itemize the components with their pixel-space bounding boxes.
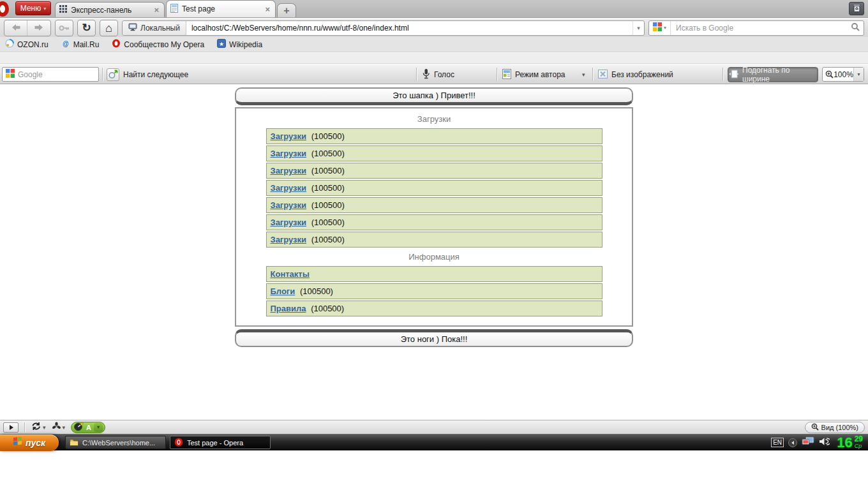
tray-volume-icon[interactable] — [819, 437, 830, 449]
content-link[interactable]: Загрузки — [271, 200, 307, 210]
taskbar-item[interactable]: C:\WebServers\home... — [65, 436, 166, 449]
panels-toggle-button[interactable] — [3, 422, 19, 433]
unite-button[interactable]: ▾ — [52, 422, 66, 433]
content-link[interactable]: Загрузки — [271, 166, 307, 175]
back-arrow-icon — [11, 22, 21, 34]
closed-tabs-trash-button[interactable] — [849, 2, 864, 15]
history-nav-group — [4, 20, 51, 36]
bookmark-label: Сообщество My Opera — [124, 40, 204, 49]
password-wand-button[interactable] — [55, 20, 73, 36]
chevron-down-icon: ▾ — [43, 6, 46, 11]
wikipedia-icon: ★ — [217, 39, 226, 50]
link-row: Загрузки (100500) — [266, 214, 602, 230]
key-icon — [59, 22, 70, 34]
address-field[interactable]: Локальный localhost/C:/WebServers/home/n… — [122, 20, 645, 36]
content-link[interactable]: Загрузки — [271, 235, 307, 244]
bookmark-item[interactable]: Сообщество My Opera — [112, 39, 204, 50]
tab-close-icon[interactable]: × — [153, 5, 160, 15]
address-dropdown[interactable]: ▾ — [632, 21, 644, 35]
address-bar: ↻ ⌂ Локальный localhost/C:/WebServers/ho… — [0, 19, 868, 37]
content-link[interactable]: Контакты — [271, 269, 310, 279]
search-input[interactable]: Искать в Google — [671, 24, 847, 33]
tray-chevron-button[interactable] — [788, 438, 797, 447]
taskbar-item-label: Test page - Opera — [187, 439, 243, 447]
section-rows: Загрузки (100500) Загрузки (100500) Загр… — [236, 128, 632, 248]
zoom-dropdown[interactable]: ▾ — [853, 68, 864, 81]
link-row: Загрузки (100500) — [266, 180, 602, 196]
tray-language-indicator[interactable]: EN — [771, 438, 784, 447]
google-icon — [6, 69, 15, 80]
bookmark-item[interactable]: ★ Wikipedia — [217, 39, 262, 50]
bookmarks-bar: OZON.ru @ Mail.Ru Сообщество My Opera ★ … — [0, 37, 868, 52]
status-bar: ▾ ▾ A ▾ Вид (100%) — [0, 420, 868, 434]
no-images-label: Без изображений — [611, 70, 673, 79]
windows-flag-icon — [13, 437, 22, 449]
voice-button[interactable]: Голос — [422, 67, 454, 82]
taskbar-item[interactable]: Test page - Opera — [170, 436, 271, 449]
google-find-placeholder: Google — [18, 70, 43, 79]
turbo-button[interactable]: A ▾ — [71, 422, 105, 433]
bookmark-label: Wikipedia — [229, 40, 262, 49]
zoom-control[interactable]: 100% ▾ — [822, 67, 864, 82]
chevron-down-icon: ▾ — [664, 25, 666, 31]
local-badge: Локальный — [123, 21, 186, 35]
back-button[interactable] — [4, 20, 27, 36]
link-row: Правила (100500) — [266, 301, 602, 316]
author-mode-dropdown[interactable]: ▾ — [582, 67, 585, 82]
browser-tab[interactable]: Экспресс-панель × — [55, 2, 165, 17]
content-link[interactable]: Загрузки — [271, 183, 307, 193]
fit-width-button[interactable]: Подогнать по ширине — [728, 67, 818, 82]
chevron-down-icon: ▾ — [43, 424, 46, 431]
search-button[interactable] — [847, 21, 864, 35]
bookmark-item[interactable]: OZON.ru — [5, 39, 49, 50]
content-link[interactable]: Загрузки — [271, 218, 307, 227]
find-next-button[interactable]: Найти следующее — [107, 67, 188, 82]
home-button[interactable]: ⌂ — [100, 20, 118, 36]
author-mode-button[interactable]: Режим автора — [502, 67, 565, 82]
link-row: Загрузки (100500) — [266, 197, 602, 213]
link-row: Блоги (100500) — [266, 283, 602, 299]
clock-minutes: 29 — [855, 436, 863, 443]
clock-hours: 16 — [837, 436, 852, 450]
bookmark-label: Mail.Ru — [73, 40, 100, 49]
content-link[interactable]: Правила — [271, 304, 306, 313]
section-rows: Контакты Блоги (100500) Правила (100500) — [236, 266, 632, 316]
menu-button[interactable]: Меню ▾ — [15, 1, 51, 15]
magnifier-icon — [851, 22, 860, 34]
forward-button[interactable] — [27, 20, 50, 36]
bookmark-label: OZON.ru — [17, 40, 49, 49]
svg-text:★: ★ — [219, 41, 224, 47]
folder-icon — [70, 438, 79, 447]
clock-day: Ср — [855, 443, 862, 449]
voice-label: Голос — [434, 70, 454, 79]
content-link[interactable]: Загрузки — [271, 149, 307, 158]
view-zoom-button[interactable]: Вид (100%) — [805, 422, 865, 433]
start-button[interactable]: пуск — [0, 434, 59, 451]
taskbar-items: C:\WebServers\home... Test page - Opera — [65, 436, 271, 449]
taskbar: пуск C:\WebServers\home... Test page - O… — [0, 434, 868, 450]
browser-tab[interactable]: Test page × — [166, 0, 276, 17]
turbo-dropdown[interactable]: ▾ — [94, 423, 103, 432]
google-find-input[interactable]: Google — [2, 67, 99, 82]
no-images-button[interactable]: Без изображений — [598, 67, 673, 82]
refresh-button[interactable]: ↻ — [77, 20, 96, 36]
section-heading: Загрузки — [236, 114, 632, 124]
content-link[interactable]: Блоги — [271, 286, 296, 296]
tab-close-icon[interactable]: × — [264, 4, 271, 14]
link-row: Загрузки (100500) — [266, 145, 602, 161]
taskbar-clock[interactable]: 16 29 Ср — [837, 436, 863, 450]
content-link[interactable]: Загрузки — [271, 131, 307, 141]
author-mode-icon — [502, 69, 511, 81]
link-row: Загрузки (100500) — [266, 128, 602, 144]
new-tab-button[interactable]: + — [277, 3, 296, 17]
search-box[interactable]: ▾ Искать в Google — [648, 20, 864, 36]
fit-width-label: Подогнать по ширине — [742, 66, 818, 84]
url-text[interactable]: localhost/C:/WebServers/home/nnn.ru/www/… — [186, 24, 632, 33]
bookmark-item[interactable]: @ Mail.Ru — [61, 39, 100, 50]
sync-button[interactable]: ▾ — [31, 422, 46, 433]
no-images-icon — [598, 70, 608, 80]
content-footer: Это ноги ) Пока!!! — [235, 329, 633, 347]
tray-display-icon[interactable] — [802, 436, 814, 449]
search-engine-selector[interactable]: ▾ — [649, 21, 671, 35]
find-next-icon — [107, 68, 119, 81]
